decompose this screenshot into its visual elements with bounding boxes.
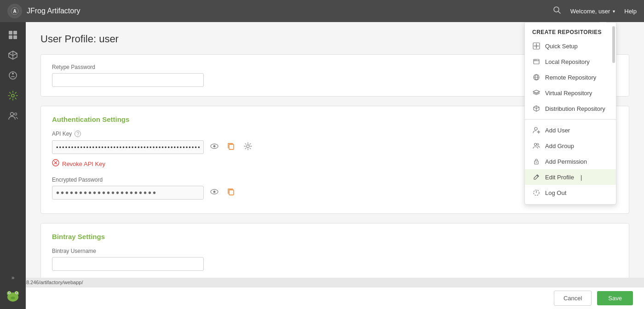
bottom-bar: Cancel Save (26, 287, 644, 309)
dropdown-item-quick-setup[interactable]: Quick Setup (525, 38, 616, 54)
api-key-copy-button[interactable] (225, 140, 237, 154)
encrypted-password-copy-button[interactable] (225, 186, 237, 200)
svg-rect-6 (13, 31, 17, 34)
add-user-label: Add User (545, 127, 570, 134)
svg-point-19 (9, 292, 10, 293)
dropdown-menu: Create Repositories Quick Setup Local Re… (524, 22, 616, 205)
revoke-icon (52, 159, 59, 168)
distribution-repo-icon (532, 104, 540, 113)
navbar: A JFrog Artifactory Welcome, user ▾ Help (0, 0, 644, 22)
app-title: JFrog Artifactory (27, 7, 80, 15)
svg-rect-31 (229, 190, 234, 195)
svg-point-12 (11, 113, 14, 116)
navbar-logo: A (7, 4, 22, 18)
dropdown-item-distribution-repo[interactable]: Distribution Repository (525, 101, 616, 116)
cursor-indicator: | (581, 174, 582, 181)
bintray-section-title: Bintray Settings (52, 233, 618, 240)
dropdown-item-add-permission[interactable]: Add Permission (525, 154, 616, 169)
virtual-repo-icon (532, 89, 540, 97)
add-group-label: Add Group (545, 143, 574, 149)
svg-point-41 (536, 162, 537, 163)
local-repo-label: Local Repository (545, 58, 590, 65)
dropdown-item-remote-repo[interactable]: Remote Repository (525, 69, 616, 85)
cancel-button[interactable]: Cancel (554, 291, 592, 306)
dropdown-item-edit-profile[interactable]: Edit Profile | (525, 169, 616, 185)
sidebar-item-builds[interactable] (4, 66, 22, 85)
svg-point-23 (213, 145, 216, 148)
svg-point-20 (16, 292, 17, 293)
svg-point-13 (15, 113, 17, 115)
svg-point-10 (12, 73, 14, 74)
dropdown-item-local-repo[interactable]: Local Repository (525, 54, 616, 69)
add-user-icon (532, 126, 540, 134)
add-group-icon (532, 142, 540, 150)
remote-repo-icon (532, 73, 540, 81)
revoke-label: Revoke API Key (62, 160, 105, 167)
quick-setup-label: Quick Setup (545, 43, 578, 50)
sidebar-frog-logo (3, 285, 23, 305)
quick-setup-icon (532, 42, 540, 50)
dropdown-item-add-user[interactable]: Add User (525, 122, 616, 138)
dropdown-divider (525, 119, 616, 120)
save-button[interactable]: Save (597, 291, 633, 305)
api-key-help-icon[interactable]: ? (75, 131, 81, 137)
svg-point-11 (12, 94, 14, 97)
add-permission-label: Add Permission (545, 158, 587, 165)
api-key-input[interactable] (52, 140, 204, 154)
svg-rect-8 (13, 35, 17, 39)
svg-point-30 (213, 191, 216, 193)
revoke-api-key-button[interactable]: Revoke API Key (52, 159, 105, 168)
virtual-repo-label: Virtual Repository (545, 90, 592, 97)
remote-repo-label: Remote Repository (545, 74, 596, 81)
dropdown-item-add-group[interactable]: Add Group (525, 138, 616, 154)
search-icon[interactable] (553, 6, 561, 16)
dropdown-item-log-out[interactable]: Log Out (525, 185, 616, 200)
bintray-username-label: Bintray Username (52, 248, 618, 254)
svg-line-4 (558, 11, 560, 14)
expand-icon: » (12, 275, 15, 281)
navbar-left: A JFrog Artifactory (7, 4, 80, 18)
user-label: Welcome, user (570, 8, 610, 15)
sidebar: » (0, 22, 26, 309)
dropdown-scrollbar[interactable] (612, 26, 615, 63)
dropdown-item-virtual-repo[interactable]: Virtual Repository (525, 85, 616, 101)
distribution-repo-label: Distribution Repository (545, 105, 605, 112)
svg-point-35 (536, 60, 537, 61)
svg-text:A: A (13, 9, 16, 14)
svg-point-34 (535, 60, 535, 61)
url-bar: 129.144.18.246/artifactory/webapp/ (0, 278, 644, 287)
svg-point-38 (535, 143, 537, 146)
log-out-label: Log Out (545, 189, 566, 196)
sidebar-bottom: » (0, 272, 26, 305)
svg-point-21 (11, 297, 15, 299)
sidebar-item-packages[interactable] (4, 46, 22, 64)
help-link[interactable]: Help (624, 8, 637, 15)
edit-profile-icon (532, 173, 540, 181)
svg-rect-24 (229, 144, 234, 149)
svg-rect-5 (9, 31, 12, 34)
encrypted-password-show-button[interactable] (208, 186, 220, 200)
sidebar-item-users[interactable] (4, 107, 22, 125)
local-repo-icon (532, 57, 540, 66)
api-key-settings-button[interactable] (242, 140, 254, 154)
sidebar-expand-button[interactable]: » (4, 272, 22, 283)
user-menu-trigger[interactable]: Welcome, user ▾ (570, 8, 615, 15)
retype-password-input[interactable] (52, 73, 204, 87)
log-out-icon (532, 189, 540, 197)
add-permission-icon (532, 157, 540, 166)
svg-point-25 (247, 145, 249, 148)
sidebar-item-settings[interactable] (4, 86, 22, 105)
svg-point-37 (535, 127, 537, 130)
dropdown-section-title: Create Repositories (525, 26, 616, 38)
navbar-right: Welcome, user ▾ Help (553, 6, 637, 16)
svg-rect-7 (9, 35, 12, 39)
encrypted-password-input[interactable] (52, 186, 204, 200)
edit-profile-label: Edit Profile (545, 174, 574, 181)
api-key-show-button[interactable] (208, 140, 220, 154)
sidebar-item-dashboard[interactable] (4, 26, 22, 44)
chevron-down-icon: ▾ (613, 9, 615, 14)
bintray-username-input[interactable] (52, 257, 204, 271)
svg-point-39 (537, 143, 539, 145)
